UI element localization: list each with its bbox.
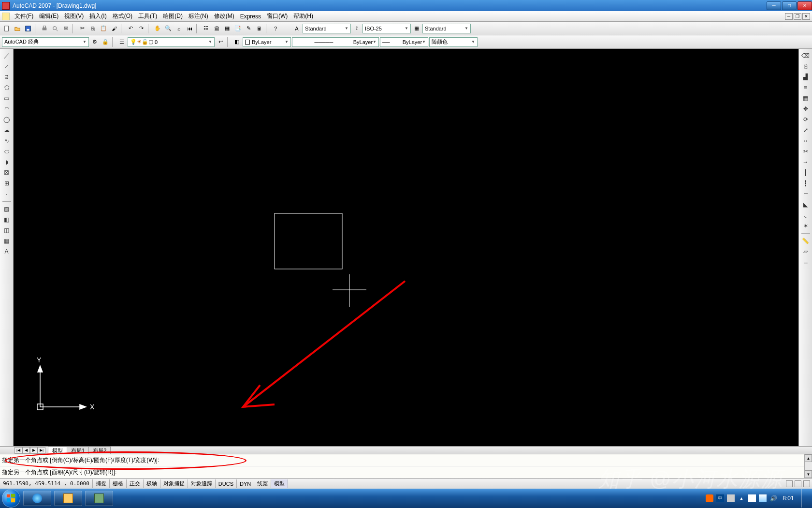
toggle-snap[interactable]: 捕捉 — [93, 479, 110, 488]
zoom-prev-icon[interactable]: ⏮ — [185, 24, 194, 33]
zoom-rt-icon[interactable]: 🔍 — [163, 24, 173, 33]
layer-prop-icon[interactable]: ☰ — [117, 37, 127, 47]
markup-icon[interactable]: ✎ — [244, 24, 253, 33]
mdi-restore[interactable]: ❐ — [794, 13, 801, 20]
copy-icon[interactable]: ⎘ — [88, 24, 98, 33]
tab-prev[interactable]: ◀ — [22, 447, 30, 454]
chamfer-icon[interactable]: ◣ — [801, 200, 811, 209]
menu-file[interactable]: 文件(F) — [12, 12, 36, 20]
help-icon[interactable]: ? — [271, 24, 280, 33]
move-icon[interactable]: ✥ — [801, 104, 811, 114]
make-block-icon[interactable]: ⊞ — [2, 179, 12, 188]
toggle-grid[interactable]: 栅格 — [110, 479, 127, 488]
linetype-combo[interactable]: ───── ByLayer▼ — [292, 37, 379, 47]
minimize-button[interactable]: ─ — [767, 1, 781, 10]
menu-help[interactable]: 帮助(H) — [290, 12, 316, 20]
dist-icon[interactable]: 📏 — [801, 236, 811, 246]
show-desktop-button[interactable] — [801, 489, 807, 508]
mdi-close[interactable]: ✕ — [802, 13, 810, 20]
revcloud-icon[interactable]: ☁ — [2, 125, 12, 135]
ssm-icon[interactable]: 📑 — [233, 24, 243, 33]
toolpalettes-icon[interactable]: ▦ — [222, 24, 232, 33]
mirror-icon[interactable]: ▟ — [801, 72, 811, 82]
tablestyle-icon[interactable]: ▦ — [412, 24, 421, 33]
tab-first[interactable]: |◀ — [14, 447, 22, 454]
toggle-dyn[interactable]: DYN — [237, 479, 254, 488]
publish-icon[interactable]: ✉ — [61, 24, 71, 33]
tray-volume-icon[interactable]: 🔊 — [769, 494, 777, 502]
paste-icon[interactable]: 📋 — [99, 24, 108, 33]
rectangle-icon[interactable]: ▭ — [2, 93, 12, 103]
textstyle-icon[interactable]: A — [292, 24, 302, 33]
toggle-model[interactable]: 模型 — [271, 479, 288, 488]
workspace-settings-icon[interactable]: ⚙ — [90, 37, 100, 47]
plotstyle-combo[interactable]: 随颜色▼ — [429, 37, 478, 47]
insert-block-icon[interactable]: ☒ — [2, 168, 12, 178]
zoom-win-icon[interactable]: ⌕ — [174, 24, 184, 33]
explode-icon[interactable]: ✶ — [801, 221, 811, 231]
workspace-combo[interactable]: AutoCAD 经典▼ — [2, 37, 89, 47]
toggle-ortho[interactable]: 正交 — [127, 479, 144, 488]
cleanscreen-icon[interactable] — [803, 480, 810, 487]
scroll-up-icon[interactable]: ▲ — [805, 454, 812, 462]
redo-icon[interactable]: ↷ — [136, 24, 146, 33]
ellipse-arc-icon[interactable]: ◗ — [2, 157, 12, 167]
pan-icon[interactable]: ✋ — [153, 24, 162, 33]
matchprop-icon[interactable]: 🖌 — [109, 24, 119, 33]
dimstyle-icon[interactable]: ⟟ — [352, 24, 362, 33]
region-icon[interactable]: ◫ — [2, 225, 12, 235]
copy-obj-icon[interactable]: ⎘ — [801, 61, 811, 71]
toggle-ducs[interactable]: DUCS — [216, 479, 237, 488]
break-icon[interactable]: ┇ — [801, 179, 811, 188]
table-icon[interactable]: ▦ — [2, 236, 12, 246]
maximize-button[interactable]: □ — [782, 1, 797, 10]
menu-view[interactable]: 视图(V) — [61, 12, 87, 20]
arc-icon[interactable]: ◠ — [2, 104, 12, 114]
start-button[interactable] — [2, 489, 20, 508]
new-icon[interactable] — [2, 24, 12, 33]
fillet-icon[interactable]: ◟ — [801, 210, 811, 220]
extend-icon[interactable]: → — [801, 157, 811, 167]
menu-insert[interactable]: 插入(I) — [87, 12, 109, 20]
designcenter-icon[interactable]: 🏛 — [212, 24, 221, 33]
tray-keyboard-icon[interactable] — [727, 494, 735, 502]
tab-layout1[interactable]: 布局1 — [67, 447, 89, 454]
menu-tools[interactable]: 工具(T) — [135, 12, 160, 20]
dim-style-combo[interactable]: ISO-25▼ — [362, 24, 411, 33]
toggle-osnap[interactable]: 对象捕捉 — [160, 479, 188, 488]
scale-icon[interactable]: ⤢ — [801, 125, 811, 135]
command-scrollbar[interactable]: ▲ ▼ — [804, 454, 812, 478]
close-button[interactable]: ✕ — [798, 1, 812, 10]
tray-network-icon[interactable] — [759, 494, 767, 502]
polyline-icon[interactable]: Ⲷ — [2, 72, 12, 82]
commcenter-icon[interactable] — [786, 480, 793, 487]
erase-icon[interactable]: ⌫ — [801, 51, 811, 60]
menu-window[interactable]: 窗口(W) — [264, 12, 290, 20]
gradient-icon[interactable]: ◧ — [2, 215, 12, 224]
app-menu-icon[interactable] — [2, 13, 10, 20]
menu-edit[interactable]: 编辑(E) — [36, 12, 61, 20]
xline-icon[interactable]: ⟋ — [2, 61, 12, 71]
task-autocad[interactable] — [85, 491, 113, 506]
lock-ui-icon[interactable]: 🔒 — [101, 37, 110, 47]
preview-icon[interactable] — [50, 24, 60, 33]
task-ie[interactable] — [23, 491, 51, 506]
spline-icon[interactable]: ∿ — [2, 136, 12, 146]
mdi-minimize[interactable]: ─ — [785, 13, 793, 20]
cut-icon[interactable]: ✂ — [77, 24, 87, 33]
undo-icon[interactable]: ↶ — [126, 24, 135, 33]
tray-flag-icon[interactable] — [748, 494, 756, 502]
print-icon[interactable] — [40, 24, 49, 33]
lineweight-combo[interactable]: ── ByLayer▼ — [380, 37, 428, 47]
tab-next[interactable]: ▶ — [30, 447, 38, 454]
tray-ime-icon[interactable]: 中 — [716, 494, 724, 502]
ellipse-icon[interactable]: ⬭ — [2, 147, 12, 156]
offset-icon[interactable]: ≡ — [801, 83, 811, 92]
menu-express[interactable]: Express — [237, 13, 264, 20]
menu-dim[interactable]: 标注(N) — [186, 12, 211, 20]
tab-layout2[interactable]: 布局2 — [88, 447, 111, 454]
drawing-canvas[interactable]: Y X — [14, 49, 798, 446]
layer-combo[interactable]: 💡☀🔓▢ 0▼ — [128, 37, 215, 47]
toggle-lwt[interactable]: 线宽 — [254, 479, 271, 488]
text-style-combo[interactable]: Standard▼ — [303, 24, 351, 33]
